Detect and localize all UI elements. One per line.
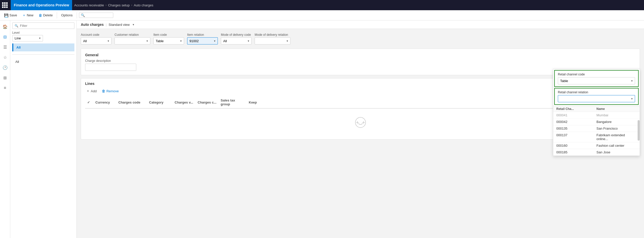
mode-delivery-relation-select[interactable]: ▾ [255,37,290,44]
filter-panel: 🔍 Level Line ▾ All All [10,20,77,238]
table-row[interactable]: 000137 Fabrikam extended online... [553,132,640,142]
table-row[interactable]: 000185 San Jose [553,149,640,156]
mode-delivery-select[interactable]: All ▾ [221,37,252,44]
item-code-field: Item code Table ▾ [153,33,184,44]
breadcrumb: Accounts receivable › Charges setup › Au… [74,3,153,7]
recent-button[interactable]: 🕐 [1,63,9,72]
retail-channel-relation-field: Retail channel relation ▾ [554,88,639,105]
view-divider: | [106,23,106,27]
retail-channel-relation-label: Retail channel relation [558,90,635,94]
item-relation-select[interactable]: 91002 ▾ [187,37,218,44]
add-button[interactable]: ＋ Add [85,88,98,94]
col-currency: Currency [93,99,116,105]
mode-delivery-value: All [223,39,227,43]
breadcrumb-sep-1: › [106,3,107,7]
col-charges-c: Charges c... [196,99,219,105]
icon-sidebar: 🏠 ⊟ ☰ ☆ 🕐 ⊞ ≡ [0,20,10,238]
item-code-value: Table [156,39,164,43]
view-mode-selector[interactable]: Standard view ▾ [109,23,134,27]
general-section-title: General [85,53,636,57]
row-name: Fashion call center [596,144,637,148]
table-row[interactable]: 000041 Mumbai [553,112,640,119]
customer-relation-caret: ▾ [146,39,148,43]
item-code-label: Item code [153,33,184,37]
table-row[interactable]: 000135 San Francisco [553,125,640,132]
breadcrumb-item-1[interactable]: Accounts receivable [74,3,104,7]
row-code: 000137 [556,133,596,141]
charge-description-label: Charge description [85,59,136,63]
waffle-menu-button[interactable] [2,2,8,8]
level-section: Level Line ▾ [12,31,74,41]
account-code-value: All [83,39,87,43]
level-caret: ▾ [39,37,41,40]
row-name: Fabrikam extended online... [596,133,637,141]
global-search-box[interactable]: 🔍 [79,13,113,18]
charge-description-input[interactable] [85,64,136,71]
filter-item-all-active[interactable]: All [12,43,74,51]
save-button[interactable]: 💾 Save [2,12,19,18]
home-button[interactable]: 🏠 [1,22,9,31]
retail-channel-relation-input[interactable]: ▾ [558,95,635,102]
filter-search-box[interactable]: 🔍 [12,22,74,29]
row-code: 000185 [556,150,596,154]
item-relation-label: Item relation [187,33,218,37]
customer-relation-select[interactable]: ▾ [115,37,150,44]
retail-channel-code-field: Retail channel code Table ▾ [554,70,639,87]
toolbar-divider-2 [77,12,77,18]
level-value: Line [15,36,21,40]
mode-delivery-relation-label: Mode of delivery relation [255,33,290,37]
col-charges-v: Charges v... [173,99,196,105]
view-title: Auto charges [81,22,104,27]
breadcrumb-item-3[interactable]: Auto charges [134,3,153,7]
account-code-caret: ▾ [108,39,109,43]
delete-button[interactable]: 🗑 Delete [37,12,55,18]
mode-delivery-caret: ▾ [248,39,249,43]
level-select[interactable]: Line ▾ [12,35,43,41]
retail-channel-table: Retail Cha... Name 000041 Mumbai 000042 … [553,106,640,156]
item-code-caret: ▾ [180,39,182,43]
filter-button[interactable]: ⊟ [1,33,9,41]
account-code-label: Account code [81,33,111,37]
row-name: Mumbai [596,113,637,117]
row-name: San Francisco [596,127,637,130]
col-sales-tax: Sales tax group [219,97,247,107]
favorites-button[interactable]: ☆ [1,53,9,61]
customer-relation-field: Customer relation ▾ [115,33,150,44]
delete-icon: 🗑 [39,13,42,17]
item-code-select[interactable]: Table ▾ [153,37,184,44]
col-category: Category [147,99,173,105]
toolbar-divider [57,12,57,18]
retail-channel-relation-caret: ▾ [631,97,633,100]
main-layout: 🏠 ⊟ ☰ ☆ 🕐 ⊞ ≡ 🔍 Level Line ▾ All All Aut… [0,20,644,238]
view-header: Auto charges | Standard view ▾ [77,20,644,29]
menu-button[interactable]: ☰ [1,43,9,51]
breadcrumb-item-2[interactable]: Charges setup [108,3,130,7]
workspaces-button[interactable]: ⊞ [1,74,9,82]
list-button[interactable]: ≡ [1,84,9,92]
popup-scrollbar[interactable] [638,120,640,141]
table-row[interactable]: 000160 Fashion call center [553,142,640,149]
filter-item-all-value[interactable]: All [12,58,74,66]
account-code-select[interactable]: All ▾ [81,37,111,44]
retail-channel-code-select[interactable]: Table ▾ [558,77,635,84]
global-search-input[interactable] [86,13,111,17]
filter-input[interactable] [20,24,72,28]
row-code: 000041 [556,113,596,117]
save-icon: 💾 [4,13,8,17]
row-code: 000042 [556,120,596,124]
retail-channel-code-value: Table [560,79,568,83]
row-code: 000135 [556,127,596,130]
retail-channel-code-label: Retail channel code [558,73,635,76]
mode-delivery-field: Mode of delivery code All ▾ [221,33,252,44]
account-code-field: Account code All ▾ [81,33,111,44]
add-icon: ＋ [86,89,90,93]
table-row[interactable]: 000042 Bangalore [553,119,640,125]
col-charges-code: Charges code [116,99,147,105]
app-title: Finance and Operations Preview [11,0,72,10]
retail-channel-popup: Retail channel code Table ▾ Retail chann… [553,69,640,156]
remove-icon: 🗑 [102,89,105,93]
remove-button[interactable]: 🗑 Remove [101,88,120,94]
new-button[interactable]: ＋ New [20,12,36,19]
customer-relation-label: Customer relation [115,33,150,37]
options-button[interactable]: Options [59,12,75,18]
